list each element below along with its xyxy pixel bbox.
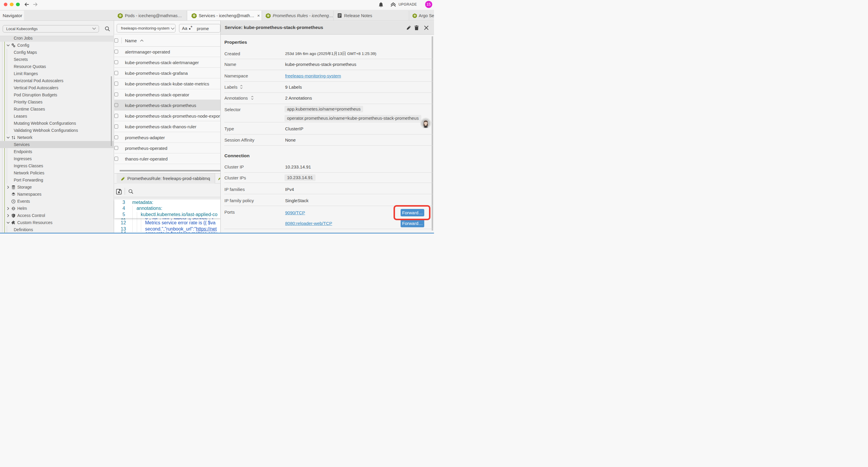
svg-text:HELM: HELM — [12, 208, 15, 209]
svg-text:*: * — [191, 25, 192, 30]
